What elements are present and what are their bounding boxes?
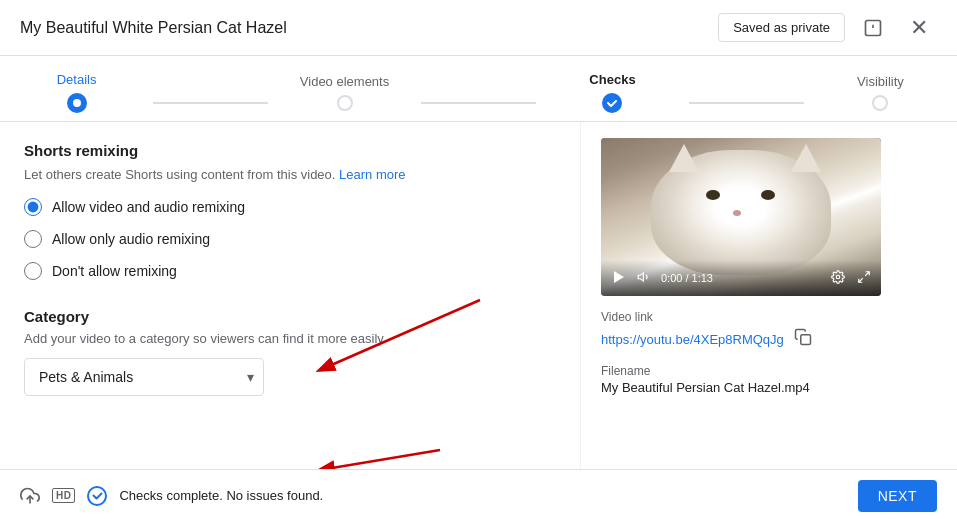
svg-line-7	[859, 278, 863, 282]
step-details-circle	[67, 93, 87, 113]
step-visibility: Visibility	[804, 74, 957, 111]
shorts-remixing-section: Shorts remixing Let others create Shorts…	[24, 142, 556, 280]
category-title: Category	[24, 308, 556, 325]
volume-icon	[637, 270, 651, 284]
option-allow-audio-only-label: Allow only audio remixing	[52, 231, 210, 247]
video-controls: 0:00 / 1:13	[601, 260, 881, 296]
category-select[interactable]: Film & Animation Autos & Vehicles Music …	[24, 358, 264, 396]
category-desc: Add your video to a category so viewers …	[24, 331, 556, 346]
steps-bar: Details Video elements Checks Visibility	[0, 56, 957, 122]
option-allow-video-audio[interactable]: Allow video and audio remixing	[24, 198, 556, 216]
video-thumbnail: 0:00 / 1:13	[601, 138, 881, 296]
fullscreen-button[interactable]	[855, 268, 873, 289]
shorts-remixing-title: Shorts remixing	[24, 142, 556, 159]
settings-icon	[831, 270, 845, 284]
step-video-elements: Video elements	[268, 74, 421, 111]
upload-icon	[20, 486, 40, 506]
option-allow-video-audio-label: Allow video and audio remixing	[52, 199, 245, 215]
svg-marker-3	[614, 271, 624, 283]
step-checks-circle	[602, 93, 622, 113]
footer-status-text: Checks complete. No issues found.	[119, 488, 323, 503]
close-button[interactable]: ✕	[901, 10, 937, 46]
step-visibility-circle	[872, 95, 888, 111]
learn-more-link[interactable]: Learn more	[339, 167, 405, 182]
step-visibility-label: Visibility	[857, 74, 904, 89]
category-section: Category Add your video to a category so…	[24, 308, 556, 396]
svg-rect-8	[801, 335, 811, 345]
radio-allow-video-audio[interactable]	[24, 198, 42, 216]
check-icon	[91, 489, 104, 502]
shorts-remixing-desc: Let others create Shorts using content f…	[24, 167, 556, 182]
step-checks: Checks	[536, 72, 689, 113]
close-icon: ✕	[910, 15, 928, 41]
remixing-options: Allow video and audio remixing Allow onl…	[24, 198, 556, 280]
copy-link-button[interactable]	[792, 326, 814, 352]
step-checks-label: Checks	[589, 72, 635, 87]
step-video-elements-label: Video elements	[300, 74, 389, 89]
time-display: 0:00 / 1:13	[661, 272, 821, 284]
main-content: Shorts remixing Let others create Shorts…	[0, 122, 957, 469]
option-dont-allow-label: Don't allow remixing	[52, 263, 177, 279]
play-button[interactable]	[609, 268, 627, 289]
filename-label: Filename	[601, 364, 880, 378]
saved-private-button[interactable]: Saved as private	[718, 13, 845, 42]
checkmark-icon	[606, 97, 618, 109]
connector-3	[689, 102, 804, 104]
option-allow-audio-only[interactable]: Allow only audio remixing	[24, 230, 556, 248]
step-details: Details	[0, 72, 153, 113]
radio-allow-audio-only[interactable]	[24, 230, 42, 248]
settings-button[interactable]	[829, 268, 847, 289]
footer-left: HD Checks complete. No issues found.	[20, 486, 323, 506]
next-button[interactable]: NEXT	[858, 480, 937, 512]
svg-point-5	[836, 275, 840, 279]
hd-badge: HD	[52, 488, 75, 503]
video-link-url[interactable]: https://youtu.be/4XEp8RMQqJg	[601, 332, 784, 347]
header-actions: Saved as private ✕	[718, 10, 937, 46]
alert-button[interactable]	[855, 10, 891, 46]
svg-line-6	[865, 271, 869, 275]
volume-button[interactable]	[635, 268, 653, 289]
alert-icon	[863, 18, 883, 38]
checks-complete-icon	[87, 486, 107, 506]
filename-value: My Beautiful Persian Cat Hazel.mp4	[601, 380, 880, 395]
footer: HD Checks complete. No issues found. NEX…	[0, 469, 957, 519]
svg-marker-4	[638, 272, 643, 280]
radio-dont-allow[interactable]	[24, 262, 42, 280]
header: My Beautiful White Persian Cat Hazel Sav…	[0, 0, 957, 56]
step-details-label: Details	[57, 72, 97, 87]
option-dont-allow[interactable]: Don't allow remixing	[24, 262, 556, 280]
play-icon	[611, 270, 625, 284]
video-link-label: Video link	[601, 310, 880, 324]
copy-icon	[794, 328, 812, 346]
fullscreen-icon	[857, 270, 871, 284]
left-panel: Shorts remixing Let others create Shorts…	[0, 122, 580, 469]
category-select-wrapper: Film & Animation Autos & Vehicles Music …	[24, 358, 264, 396]
right-panel: 0:00 / 1:13 V	[580, 122, 900, 469]
connector-2	[421, 102, 536, 104]
page-title: My Beautiful White Persian Cat Hazel	[20, 19, 287, 37]
step-video-elements-circle	[337, 95, 353, 111]
connector-1	[153, 102, 268, 104]
filename-block: Filename My Beautiful Persian Cat Hazel.…	[601, 364, 880, 395]
video-link-block: Video link https://youtu.be/4XEp8RMQqJg	[601, 310, 880, 352]
